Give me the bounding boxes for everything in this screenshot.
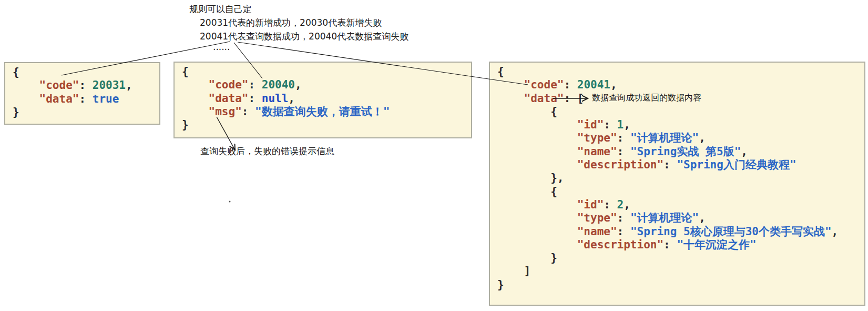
code-token <box>182 105 209 118</box>
code-token: , <box>832 225 839 238</box>
code-token: "name" <box>577 145 617 158</box>
code-token: } <box>497 278 504 291</box>
code-line: { <box>497 185 858 198</box>
code-line: "id": 2, <box>497 198 858 212</box>
code-token: "type" <box>577 212 617 224</box>
code-token: ] <box>497 265 530 277</box>
code-token: , <box>624 198 630 211</box>
code-line: "code": 20031, <box>13 79 153 92</box>
code-token: { <box>13 66 19 78</box>
msg-failure-note: 查询失败后，失败的错误提示信息 <box>200 145 334 157</box>
code-token: "十年沉淀之作" <box>677 238 756 251</box>
code-token: , <box>741 145 748 158</box>
code-token <box>497 132 577 144</box>
code-token: : <box>617 225 630 238</box>
code-line: "data": null, <box>182 92 465 105</box>
code-token: "Spring入门经典教程" <box>677 158 796 171</box>
code-token: { <box>497 105 557 118</box>
code-line: "name": "Spring 5核心原理与30个类手写实战", <box>497 225 858 238</box>
code-token: 2 <box>617 198 624 211</box>
code-line: { <box>497 105 858 118</box>
code-token: : <box>604 198 617 211</box>
code-line: ] <box>497 265 858 278</box>
code-token: "计算机理论" <box>630 132 699 144</box>
code-token: "data" <box>39 93 79 105</box>
code-token: } <box>497 252 557 264</box>
code-token: }, <box>497 172 564 184</box>
code-line: "code": 20041, <box>497 78 858 92</box>
code-token: : <box>564 92 577 105</box>
code-token: [ <box>577 92 584 105</box>
code-token: 1 <box>617 118 624 131</box>
code-token: "code" <box>209 78 249 91</box>
code-token: } <box>182 118 189 131</box>
code-token: { <box>182 65 189 78</box>
code-token <box>13 93 39 105</box>
code-token: , <box>295 78 302 91</box>
code-line: "id": 1, <box>497 118 858 132</box>
code-token <box>182 92 209 105</box>
code-token: : <box>242 105 255 118</box>
code-token: "code" <box>39 79 79 92</box>
code-token: "data" <box>209 92 249 105</box>
code-token: : <box>564 78 577 91</box>
code-token: , <box>610 78 617 91</box>
code-token <box>497 158 577 171</box>
code-line: "msg": "数据查询失败，请重试！" <box>182 105 465 118</box>
code-token: "计算机理论" <box>630 212 699 224</box>
code-token: "description" <box>577 158 663 171</box>
code-token: : <box>617 145 630 158</box>
code-token: : <box>604 118 617 131</box>
code-token: "msg" <box>209 105 242 118</box>
rule-line-1: 20031代表的新增成功，20030代表新增失败 <box>200 17 382 29</box>
code-token: , <box>624 118 630 131</box>
code-token: : <box>663 238 677 251</box>
json-snippet-query-fail: { "code": 20040, "data": null, "msg": "数… <box>173 62 472 138</box>
code-token: : <box>663 158 677 171</box>
code-token: , <box>126 79 132 92</box>
rule-title: 规则可以自己定 <box>189 3 252 15</box>
code-token <box>497 118 577 131</box>
code-token: { <box>497 185 557 198</box>
code-token: "Spring 5核心原理与30个类手写实战" <box>630 225 832 238</box>
data-success-note: 数据查询成功返回的数据内容 <box>592 93 701 104</box>
code-token: "description" <box>577 238 663 251</box>
rule-line-2: 20041代表查询数据成功，20040代表数据查询失败 <box>200 31 409 43</box>
code-line: "description": "Spring入门经典教程" <box>497 158 858 172</box>
code-token: : <box>248 78 261 91</box>
code-line: { <box>13 66 153 79</box>
code-token: "id" <box>577 198 604 211</box>
code-token: 20040 <box>262 78 295 91</box>
code-token: : <box>79 93 92 105</box>
code-token: : <box>617 212 630 224</box>
json-snippet-add-success: { "code": 20031, "data": true} <box>4 62 160 125</box>
code-token: : <box>79 79 92 92</box>
code-line: "type": "计算机理论", <box>497 212 858 225</box>
code-line: } <box>497 278 858 292</box>
code-token <box>497 78 524 91</box>
code-token: "id" <box>577 118 604 131</box>
code-token: "name" <box>577 225 617 238</box>
code-token: "data" <box>524 92 564 105</box>
code-line: } <box>497 252 858 265</box>
code-token: , <box>699 132 706 144</box>
code-content-left: { "code": 20031, "data": true} <box>13 66 153 119</box>
code-token <box>497 92 524 105</box>
code-line: "code": 20040, <box>182 78 465 92</box>
code-token <box>497 238 577 251</box>
code-line: } <box>13 106 153 119</box>
code-line: } <box>182 118 465 132</box>
stray-dot <box>229 201 231 203</box>
code-token: { <box>497 65 504 78</box>
code-token: : <box>617 132 630 144</box>
code-token: "Spring实战 第5版" <box>630 145 741 158</box>
code-token: "数据查询失败，请重试！" <box>255 105 390 118</box>
code-line: "type": "计算机理论", <box>497 132 858 145</box>
code-token: , <box>699 212 706 224</box>
diagram-canvas: 规则可以自己定 20031代表的新增成功，20030代表新增失败 20041代表… <box>0 0 868 311</box>
code-token <box>497 145 577 158</box>
code-line: }, <box>497 172 858 185</box>
code-token: 20031 <box>93 79 126 92</box>
code-token: null <box>262 92 289 105</box>
code-line: "name": "Spring实战 第5版", <box>497 145 858 158</box>
